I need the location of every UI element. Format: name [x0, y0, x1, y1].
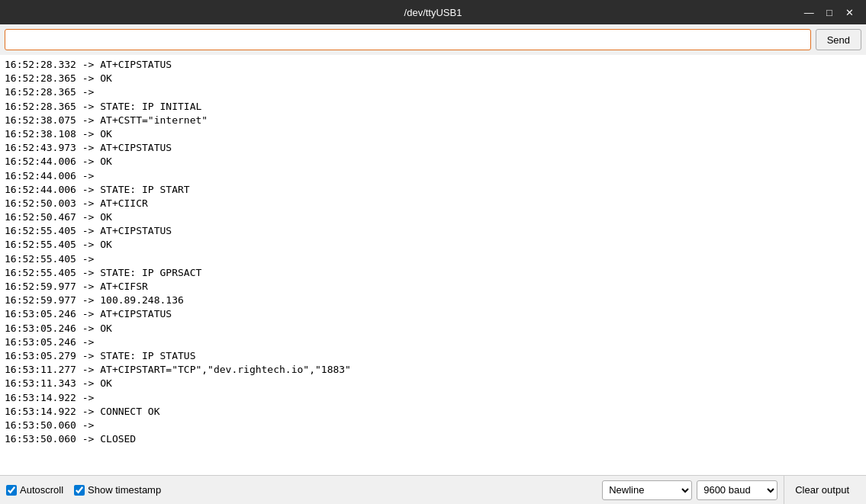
output-area: 16:52:28.332 -> AT+CIPSTATUS 16:52:28.36…: [0, 55, 866, 475]
close-button[interactable]: ✕: [839, 2, 860, 23]
send-button[interactable]: Send: [816, 29, 861, 50]
statusbar: Autoscroll Show timestamp NewlineNo line…: [0, 475, 866, 504]
statusbar-right: NewlineNo line endingCarriage returnBoth…: [602, 480, 777, 500]
clear-output-button[interactable]: Clear output: [784, 476, 860, 505]
autoscroll-label[interactable]: Autoscroll: [6, 484, 63, 496]
newline-select[interactable]: NewlineNo line endingCarriage returnBoth…: [602, 480, 692, 500]
autoscroll-checkbox[interactable]: [6, 485, 17, 496]
show-timestamp-text: Show timestamp: [88, 484, 161, 496]
command-input[interactable]: [5, 29, 811, 50]
input-row: Send: [0, 24, 866, 55]
minimize-button[interactable]: —: [799, 2, 819, 23]
titlebar-title: /dev/ttyUSB1: [404, 7, 462, 18]
titlebar-controls: — □ ✕: [799, 2, 860, 23]
show-timestamp-label[interactable]: Show timestamp: [74, 484, 161, 496]
autoscroll-text: Autoscroll: [20, 484, 63, 496]
maximize-button[interactable]: □: [819, 2, 840, 23]
statusbar-left: Autoscroll Show timestamp: [6, 484, 602, 496]
titlebar: /dev/ttyUSB1 — □ ✕: [0, 0, 866, 24]
baud-select[interactable]: 300 baud1200 baud2400 baud4800 baud9600 …: [697, 480, 777, 500]
show-timestamp-checkbox[interactable]: [74, 485, 85, 496]
